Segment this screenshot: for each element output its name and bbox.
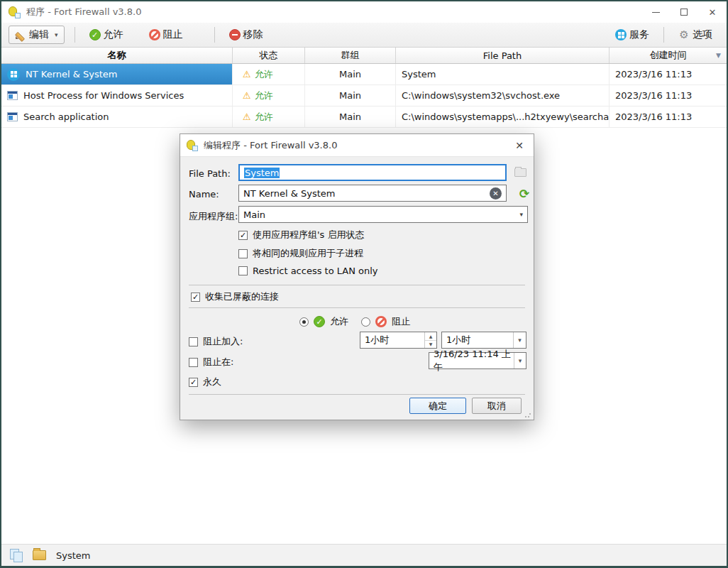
dialog-title: 编辑程序 - Fort Firewall v3.8.0	[204, 139, 337, 152]
status-text: 允许	[255, 111, 273, 124]
block-in-checkbox[interactable]: ✓ 阻止加入:	[189, 335, 243, 348]
dialog-titlebar: 编辑程序 - Fort Firewall v3.8.0 ✕	[180, 134, 534, 157]
block-unit-select[interactable]: 1小时 ▾	[441, 332, 526, 349]
forever-checkbox[interactable]: ✓ 永久	[189, 376, 221, 388]
checkbox-label: 收集已屏蔽的连接	[205, 290, 279, 303]
close-button[interactable]: ✕	[698, 1, 727, 23]
column-header-name[interactable]: 名称	[1, 48, 233, 63]
checkbox-label: 阻止在:	[203, 356, 233, 368]
allow-button[interactable]: ✓ 允许	[85, 28, 128, 41]
checkbox-icon: ✓	[238, 249, 248, 258]
use-group-state-checkbox[interactable]: ✓ 使用应用程序组's 启用状态	[238, 229, 364, 241]
options-button[interactable]: ⚙ 选项	[674, 28, 717, 41]
pencil-icon	[15, 30, 26, 40]
maximize-icon	[680, 9, 688, 16]
checkbox-icon: ✓	[238, 231, 248, 240]
options-button-label: 选项	[693, 28, 712, 41]
spinner-buttons[interactable]: ▲ ▼	[424, 332, 436, 348]
services-button[interactable]: 服务	[611, 28, 653, 41]
ok-button[interactable]: 确定	[409, 398, 466, 414]
column-header-group[interactable]: 群组	[305, 48, 396, 63]
table-row[interactable]: Host Process for Windows Services ⚠ 允许 M…	[1, 85, 727, 106]
cancel-button[interactable]: 取消	[472, 398, 522, 414]
status-text: 允许	[255, 68, 273, 81]
status-text: 允许	[255, 89, 273, 102]
row-path-cell: C:\windows\systemapps\...h2txyewy\search…	[396, 106, 610, 127]
table-row[interactable]: NT Kernel & System ⚠ 允许 Main System 2023…	[1, 64, 727, 85]
file-path-value: System	[244, 168, 280, 178]
checkbox-label: 阻止加入:	[203, 335, 243, 348]
programs-table: 名称 状态 群组 File Path 创建时间 ▼ NT Kernel & Sy…	[1, 47, 727, 128]
block-at-checkbox[interactable]: ✓ 阻止在:	[189, 356, 233, 368]
statusbar-path-text: System	[56, 550, 90, 561]
browse-folder-button[interactable]	[511, 164, 530, 181]
allow-check-icon: ✓	[314, 316, 325, 327]
spin-down-icon[interactable]: ▼	[425, 341, 436, 349]
folder-open-icon	[514, 168, 526, 177]
toolbar-separator	[663, 27, 664, 43]
file-path-input[interactable]: System	[238, 164, 507, 181]
chevron-down-icon: ▾	[55, 31, 58, 38]
row-name-cell[interactable]: Host Process for Windows Services	[1, 85, 233, 106]
refresh-icon[interactable]: ⟳	[519, 187, 529, 201]
titlebar: 程序 - Fort Firewall v3.8.0 ✕	[1, 1, 727, 23]
block-button[interactable]: 阻止	[145, 28, 187, 41]
name-label: Name:	[189, 189, 219, 200]
minimize-button[interactable]	[641, 1, 670, 23]
lan-only-checkbox[interactable]: ✓ Restrict access to LAN only	[238, 266, 378, 276]
app-logo-icon	[9, 6, 21, 18]
block-datetime-picker[interactable]: 3/16/23 11:14 上午 ▾	[429, 352, 526, 369]
allow-radio[interactable]: ✓ 允许	[299, 315, 348, 328]
row-name-cell[interactable]: Search application	[1, 106, 233, 127]
folder-icon[interactable]	[33, 550, 46, 560]
radio-icon	[299, 317, 309, 327]
block-button-label: 阻止	[163, 28, 183, 41]
checkbox-label: 将相同的规则应用于子进程	[253, 247, 363, 260]
column-header-filepath[interactable]: File Path	[396, 48, 610, 63]
row-group-cell: Main	[305, 64, 396, 84]
row-name-cell[interactable]: NT Kernel & System	[1, 64, 233, 84]
resize-grip[interactable]	[524, 411, 531, 418]
remove-button[interactable]: 移除	[225, 28, 268, 41]
block-radio[interactable]: 阻止	[361, 315, 410, 328]
services-button-label: 服务	[629, 28, 649, 41]
chevron-down-icon: ▾	[519, 211, 523, 218]
toolbar-separator	[75, 27, 75, 43]
column-header-status[interactable]: 状态	[233, 48, 305, 63]
remove-button-label: 移除	[243, 28, 263, 41]
separator	[189, 307, 525, 308]
block-unit-value: 1小时	[446, 334, 470, 346]
sort-down-icon: ▼	[716, 52, 721, 59]
column-header-created[interactable]: 创建时间 ▼	[610, 48, 727, 63]
clear-icon[interactable]: ✕	[490, 187, 502, 200]
program-name: Search application	[23, 111, 109, 122]
spin-up-icon[interactable]: ▲	[425, 332, 436, 341]
row-status-cell: ⚠ 允许	[233, 106, 305, 127]
row-created-cell: 2023/3/16 11:13	[610, 106, 727, 127]
block-prohibit-icon	[149, 29, 160, 40]
row-created-cell: 2023/3/16 11:13	[610, 64, 727, 84]
separator	[189, 394, 525, 395]
block-datetime-value: 3/16/23 11:14 上午	[434, 348, 514, 373]
block-duration-value: 1小时	[360, 334, 424, 346]
toolbar-separator	[214, 27, 215, 43]
block-prohibit-icon	[375, 316, 387, 327]
apply-child-checkbox[interactable]: ✓ 将相同的规则应用于子进程	[238, 247, 363, 260]
toolbar: 编辑 ▾ ✓ 允许 阻止 移除 服务 ⚙ 选项	[1, 23, 727, 47]
app-logo-icon	[187, 140, 198, 151]
block-duration-spinner[interactable]: 1小时 ▲ ▼	[360, 332, 437, 349]
row-path-cell: C:\windows\system32\svchost.exe	[396, 85, 610, 106]
dialog-close-button[interactable]: ✕	[505, 134, 534, 157]
edit-button[interactable]: 编辑 ▾	[9, 26, 65, 44]
app-group-select[interactable]: Main ▾	[238, 206, 528, 223]
radio-label: 允许	[330, 315, 348, 328]
name-input[interactable]: NT Kernel & System ✕	[238, 185, 507, 202]
status-bar: System	[1, 544, 727, 566]
maximize-button[interactable]	[670, 1, 698, 23]
separator	[189, 285, 525, 285]
table-row[interactable]: Search application ⚠ 允许 Main C:\windows\…	[1, 106, 727, 128]
row-status-cell: ⚠ 允许	[233, 64, 305, 84]
row-group-cell: Main	[305, 106, 396, 127]
collect-blocked-checkbox[interactable]: ✓ 收集已屏蔽的连接	[191, 290, 279, 303]
copy-icon[interactable]	[10, 549, 23, 562]
